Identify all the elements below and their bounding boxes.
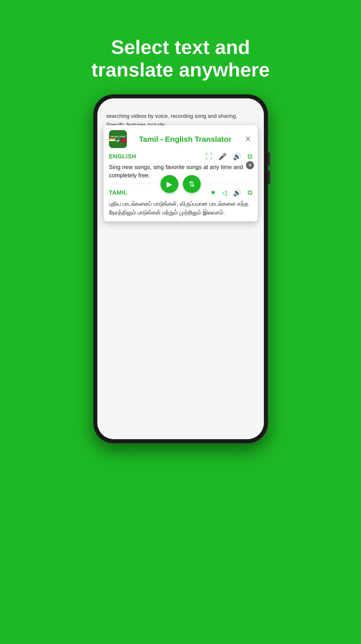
microphone-icon[interactable]: 🎤 (218, 152, 227, 160)
popup-title-area: Tamil - English Translator (127, 134, 244, 144)
headline-line1: Select text and (111, 36, 250, 58)
translation-popup: TRANSLATOR ⇄ Tamil - English Translator (104, 125, 258, 222)
target-language-label: TAMIL (109, 189, 128, 196)
popup-title: Tamil - English Translator (127, 134, 244, 144)
swap-icon: ⇅ (189, 180, 195, 188)
translate-button[interactable]: ▶ (160, 175, 178, 193)
favorite-icon[interactable]: ♥ (211, 188, 215, 197)
copy-icon[interactable]: ⧉ (247, 152, 252, 160)
target-copy-icon[interactable]: ⧉ (247, 189, 252, 196)
popup-header: TRANSLATOR ⇄ Tamil - English Translator (104, 125, 258, 152)
phone-mockup: 9:42 ☁ ↻ searching videos by voice, reco… (93, 94, 268, 604)
speaker-icon[interactable]: 🔊 (233, 152, 241, 160)
india-flag (109, 138, 116, 143)
action-divider: ▶ ⇅ (104, 181, 258, 187)
clear-button[interactable]: ✕ (246, 161, 254, 169)
target-speaker-icon[interactable]: 🔊 (233, 189, 241, 196)
expand-icon[interactable]: ⛶ (205, 153, 212, 160)
share-icon[interactable]: ◁ (222, 189, 227, 196)
flags-row: ⇄ (109, 138, 126, 143)
swap-button[interactable]: ⇅ (183, 175, 201, 193)
headline: Select text and translate anywhere (56, 18, 305, 81)
headline-text: Select text and translate anywhere (73, 36, 288, 81)
source-language-label: ENGLISH (109, 153, 137, 160)
target-icons: ♥ ◁ 🔊 ⧉ (211, 188, 252, 197)
play-icon: ▶ (167, 180, 172, 188)
action-buttons: ▶ ⇅ (160, 175, 201, 193)
source-icons: ⛶ 🎤 🔊 ⧉ (205, 152, 252, 160)
volume-down-button (268, 170, 270, 184)
phone-screen: 9:42 ☁ ↻ searching videos by voice, reco… (97, 98, 264, 439)
us-flag (120, 138, 126, 143)
app-icon-inner: TRANSLATOR ⇄ (109, 136, 126, 143)
app-icon-label: TRANSLATOR (110, 136, 125, 138)
volume-up-button (268, 152, 270, 166)
source-header: ENGLISH ⛶ 🎤 🔊 ⧉ (109, 152, 252, 160)
headline-line2: translate anywhere (91, 58, 270, 81)
swap-arrows-icon: ⇄ (116, 138, 119, 143)
phone-shell: 9:42 ☁ ↻ searching videos by voice, reco… (93, 94, 268, 443)
target-text-content: புதிய பாடல்களைப் பாடுங்கள், விருப்பமான ப… (109, 200, 252, 217)
popup-close-button[interactable]: ✕ (244, 134, 252, 144)
app-icon: TRANSLATOR ⇄ (109, 130, 127, 148)
